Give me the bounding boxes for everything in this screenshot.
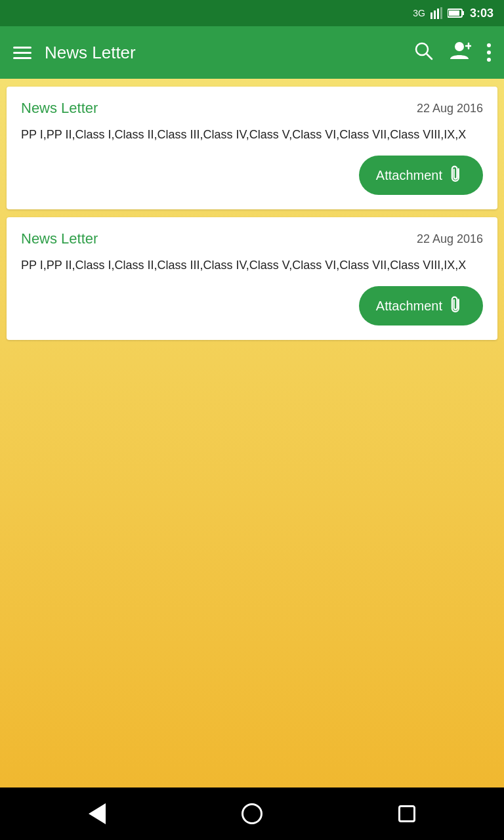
recents-button[interactable]: [392, 799, 421, 828]
card-1-title: News Letter: [21, 100, 98, 117]
dot-2: [487, 51, 491, 54]
more-dots-icon: [487, 43, 491, 62]
app-bar: News Letter: [0, 26, 504, 79]
svg-rect-0: [430, 12, 432, 19]
card-2-footer: Attachment: [21, 286, 483, 326]
hamburger-line-2: [13, 52, 32, 54]
home-circle-icon: [242, 803, 262, 824]
card-2-attachment-button[interactable]: Attachment: [359, 286, 483, 326]
search-icon: [413, 41, 433, 60]
news-letter-card-2: News Letter 22 Aug 2016 PP I,PP II,Class…: [7, 217, 497, 340]
dot-3: [487, 58, 491, 62]
hamburger-line-3: [13, 57, 32, 59]
hamburger-line-1: [13, 47, 32, 49]
svg-rect-5: [462, 11, 464, 15]
card-1-body: PP I,PP II,Class I,Class II,Class III,Cl…: [21, 126, 483, 144]
card-2-date: 22 Aug 2016: [417, 232, 483, 246]
card-2-attachment-label: Attachment: [376, 299, 442, 314]
signal-icon: [430, 7, 442, 19]
back-button[interactable]: [83, 799, 112, 828]
card-2-title: News Letter: [21, 230, 98, 247]
battery-icon: [448, 8, 465, 18]
hamburger-menu-button[interactable]: [13, 47, 32, 59]
card-1-attachment-button[interactable]: Attachment: [359, 156, 483, 195]
card-2-header: News Letter 22 Aug 2016: [21, 230, 483, 247]
search-button[interactable]: [413, 41, 433, 65]
card-1-date: 22 Aug 2016: [417, 102, 483, 116]
home-button[interactable]: [238, 799, 266, 828]
app-title: News Letter: [45, 43, 400, 63]
card-2-body: PP I,PP II,Class I,Class II,Class III,Cl…: [21, 257, 483, 274]
recents-square-icon: [398, 805, 415, 822]
main-content: News Letter 22 Aug 2016 PP I,PP II,Class…: [0, 79, 504, 788]
svg-point-9: [455, 42, 464, 51]
network-indicator: 3G: [413, 8, 425, 18]
more-options-button[interactable]: [487, 43, 491, 62]
card-1-header: News Letter 22 Aug 2016: [21, 100, 483, 117]
paperclip-icon-2: [444, 292, 471, 319]
paperclip-icon-1: [444, 161, 471, 188]
card-1-footer: Attachment: [21, 156, 483, 195]
svg-rect-6: [449, 10, 459, 16]
time-display: 3:03: [470, 7, 494, 20]
bottom-nav: [0, 788, 504, 840]
svg-rect-3: [440, 7, 442, 19]
app-bar-actions: [413, 41, 491, 65]
svg-rect-2: [437, 9, 439, 19]
add-person-icon: [449, 41, 471, 60]
svg-line-8: [427, 54, 432, 59]
dot-1: [487, 43, 491, 47]
svg-rect-1: [434, 10, 436, 19]
news-letter-card-1: News Letter 22 Aug 2016 PP I,PP II,Class…: [7, 87, 497, 209]
back-arrow-icon: [89, 803, 106, 824]
card-1-attachment-label: Attachment: [376, 168, 442, 183]
add-person-button[interactable]: [449, 41, 471, 65]
status-bar: 3G 3:03: [0, 0, 504, 26]
